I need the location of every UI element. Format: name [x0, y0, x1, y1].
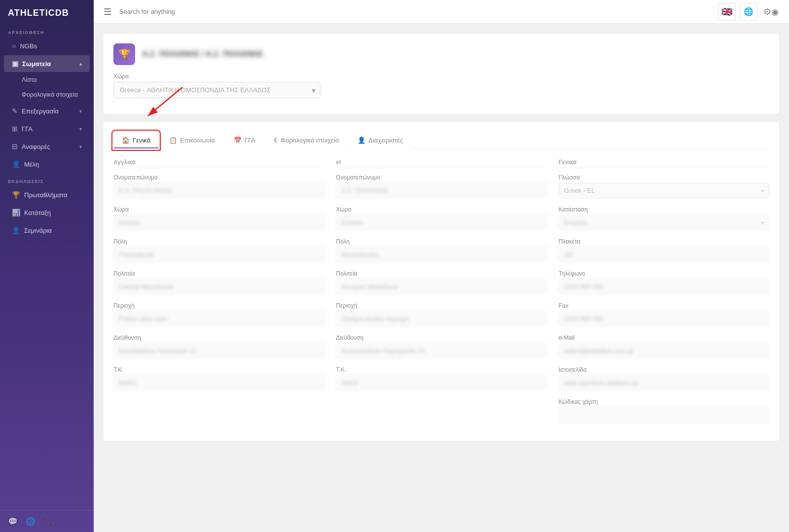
poli-en-value: Thessaloniki [113, 247, 324, 262]
country-field-group: Χώρα Greece - ΑΘΛΗΤΙΚΗ ΟΜΟΣΠΟΝΔΙΑ ΤΗΣ ΕΛ… [113, 73, 769, 98]
sidebar-item-seminaria[interactable]: 👤 Σεμινάρια [4, 222, 90, 239]
tab-epikoinonia-label: Επικοινωνία [180, 137, 215, 144]
chart-icon: 📊 [12, 209, 20, 216]
kodikos-xartis-value [559, 407, 769, 423]
circle-icon: ○ [12, 42, 16, 50]
perioxh-el-value: Πολίχνη δυτικά περιοχή [336, 311, 546, 326]
politeia-el-label: Πολιτεία [336, 270, 546, 277]
field-tk-el: Τ.Κ. 56431 [336, 366, 546, 390]
field-xora-en: Χώρα Greece [113, 206, 324, 230]
search-input[interactable] [119, 8, 712, 15]
tab-forologika-icon: € [274, 137, 278, 144]
form-grid: Αγγλικά Ονοματεπώνυμο A.S. POLICHNISS Χώ… [113, 159, 769, 431]
menu-button[interactable]: ☰ [102, 4, 113, 19]
country-label: Χώρα [113, 73, 769, 80]
xora-el-value: Ελλάδα [336, 215, 546, 230]
sidebar-item-epexergasia[interactable]: ✎ Επεξεργασία ▾ [4, 103, 90, 119]
tab-diachiristis-icon: 👤 [358, 137, 365, 144]
phone-icon[interactable]: 📞 [43, 517, 53, 526]
tab-forologika-label: Φορολογικά στοιχεία [281, 137, 339, 144]
tab-gga-icon: 📅 [234, 137, 242, 144]
topbar: ☰ 🇬🇧 🌐 ⚙◉ [94, 0, 789, 24]
sidebar-item-anafores[interactable]: ⊟ Αναφορές ▾ [4, 138, 90, 155]
politeia-en-value: Central Macedonia [113, 279, 324, 294]
istosellida-label: Ιστοσελίδα [559, 366, 769, 373]
tab-epikoinonia-icon: 📋 [169, 137, 177, 144]
katastasi-select-wrapper: Ενεργός [559, 215, 769, 230]
logo: ATHLETICDB [0, 0, 94, 24]
field-tk-en: Τ.Κ. 56431 [113, 366, 324, 390]
field-glossa: Γλώσσα Greek - EL [559, 174, 769, 198]
dieythynsh-el-value: Κωνσταντίνου Καραμανλή 12 [336, 343, 546, 358]
field-fax: Fax 2310 000 000 [559, 302, 769, 326]
katastasi-select[interactable]: Ενεργός [559, 215, 769, 230]
tab-diachiristis[interactable]: 👤 Διαχειριστές [349, 132, 411, 149]
sidebar-item-ngbs[interactable]: ○ NGBs [4, 37, 90, 54]
plaketa-label: Πλακέτα [559, 238, 769, 245]
fax-value: 2310 000 000 [559, 311, 769, 326]
form-col-english: Αγγλικά Ονοματεπώνυμο A.S. POLICHNISS Χώ… [113, 159, 324, 431]
field-perioxh-en: Περιοχή Polixni area west [113, 302, 324, 326]
people-icon: 👤 [12, 160, 20, 168]
xora-el-label: Χώρα [336, 206, 546, 213]
field-dieythynsh-el: Διεύθυνση Κωνσταντίνου Καραμανλή 12 [336, 334, 546, 358]
istosellida-value: www.aspolixni.atletismo.gr [559, 375, 769, 390]
field-email: e-Mail polixni@athletics.com.gr [559, 334, 769, 358]
section-label-ekdilwseis: ΕΚΔΗΛΩΣΕΙΣ [0, 173, 94, 186]
tab-gga[interactable]: 📅 ΓΓΑ [225, 132, 264, 149]
somateia-icon: ▣ [12, 60, 18, 68]
field-tilefono: Τηλέφωνο 2310 000 000 [559, 270, 769, 294]
field-dieythynsh-en: Διεύθυνση Konstantinou Karamanli 12 [113, 334, 324, 358]
onoma-el-value: Α.Σ. ΠΟΛΙΧΝΗΣ [336, 183, 546, 198]
language-flag-button[interactable]: 🇬🇧 [718, 3, 736, 21]
tk-el-label: Τ.Κ. [336, 366, 546, 373]
sidebar-sub-item-lista[interactable]: Λίστα [4, 73, 90, 87]
kodikos-xartis-label: Κώδικας χάρτη [559, 398, 769, 405]
content-area: 🏆 Α.Σ. ΠΟΛΙΧΝΗΣ / Α.Σ. ΠΟΛΙΧΝΗΣ Χώρα Gre… [94, 24, 789, 532]
globe-icon[interactable]: 🌐 [26, 517, 36, 526]
chat-icon[interactable]: 💬 [8, 517, 18, 526]
sidebar-item-katatagi[interactable]: 📊 Κατάταξη [4, 204, 90, 221]
tabs-container: 🏠 Γενικά 📋 Επικοινωνία 📅 ΓΓΑ € Φορολογικ… [113, 132, 769, 149]
sidebar-item-somateia[interactable]: ▣ Σωματεία ▴ [4, 55, 90, 72]
poli-en-label: Πόλη [113, 238, 324, 245]
sidebar-item-gga[interactable]: ⊞ ΓΓΑ ▾ [4, 120, 90, 137]
field-plaketa: Πλακέτα AR [559, 238, 769, 262]
arrow-up-icon: ▴ [79, 61, 82, 67]
col-header-general: Γενικά [559, 159, 769, 168]
field-katastasi: Κατάσταση Ενεργός [559, 206, 769, 230]
tk-el-value: 56431 [336, 375, 546, 390]
country-select[interactable]: Greece - ΑΘΛΗΤΙΚΗ ΟΜΟΣΠΟΝΔΙΑ ΤΗΣ ΕΛΛΑΔΟΣ [113, 82, 321, 98]
plaketa-value: AR [559, 247, 769, 262]
tilefono-label: Τηλέφωνο [559, 270, 769, 277]
sidebar-footer: 💬 🌐 📞 [0, 510, 94, 532]
glossa-select[interactable]: Greek - EL [559, 183, 769, 198]
sidebar: ATHLETICDB ΑΡΧΕΙΟΘΕΣΗ ○ NGBs ▣ Σωματεία … [0, 0, 94, 532]
tilefono-value: 2310 000 000 [559, 279, 769, 294]
tab-forologika[interactable]: € Φορολογικά στοιχεία [266, 132, 348, 149]
tab-genika[interactable]: 🏠 Γενικά [113, 132, 159, 149]
sidebar-item-meli[interactable]: 👤 Μέλη [4, 156, 90, 173]
katastasi-label: Κατάσταση [559, 206, 769, 213]
sidebar-item-protathlimata[interactable]: 🏆 Πρωταθλήματα [4, 186, 90, 203]
form-col-general: Γενικά Γλώσσα Greek - EL Κατάσταση [559, 159, 769, 431]
report-icon: ⊟ [12, 142, 18, 150]
xora-en-label: Χώρα [113, 206, 324, 213]
tk-en-value: 56431 [113, 375, 324, 390]
tab-epikoinonia[interactable]: 📋 Επικοινωνία [161, 132, 223, 149]
field-onoma-en: Ονοματεπώνυμο A.S. POLICHNISS [113, 174, 324, 198]
section-label-arxeiothesi: ΑΡΧΕΙΟΘΕΣΗ [0, 24, 94, 37]
seminar-icon: 👤 [12, 226, 20, 234]
club-header-card: 🏆 Α.Σ. ΠΟΛΙΧΝΗΣ / Α.Σ. ΠΟΛΙΧΝΗΣ Χώρα Gre… [104, 34, 779, 114]
gga-icon: ⊞ [12, 125, 18, 133]
onoma-en-label: Ονοματεπώνυμο [113, 174, 324, 181]
email-value: polixni@athletics.com.gr [559, 343, 769, 358]
edit-icon: ✎ [12, 107, 18, 115]
sidebar-sub-item-forologika[interactable]: Φορολογικά στοιχεία [4, 88, 90, 102]
poli-el-label: Πόλη [336, 238, 546, 245]
globe-button[interactable]: 🌐 [740, 3, 757, 21]
settings-button[interactable]: ⚙◉ [761, 4, 781, 19]
glossa-label: Γλώσσα [559, 174, 769, 181]
field-poli-el: Πόλη Θεσσαλονίκη [336, 238, 546, 262]
country-select-wrapper: Greece - ΑΘΛΗΤΙΚΗ ΟΜΟΣΠΟΝΔΙΑ ΤΗΣ ΕΛΛΑΔΟΣ [113, 82, 321, 98]
